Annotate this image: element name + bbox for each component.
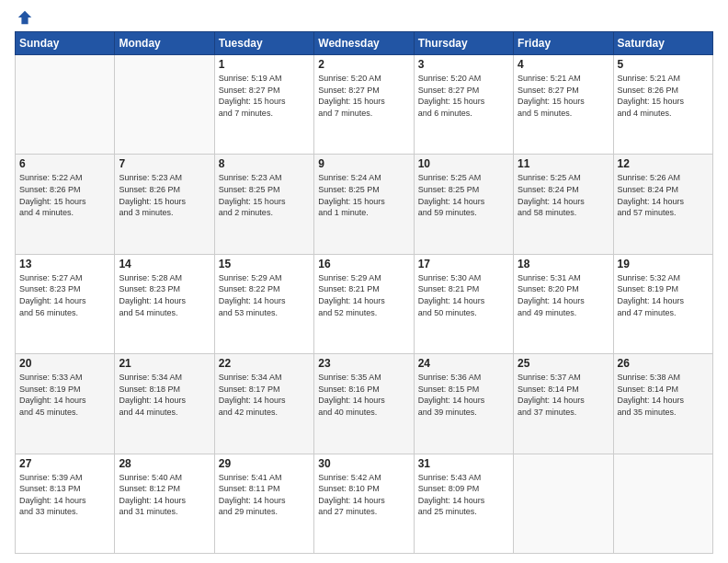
calendar-cell: 21Sunrise: 5:34 AM Sunset: 8:18 PM Dayli…	[115, 354, 214, 454]
calendar-cell: 6Sunrise: 5:22 AM Sunset: 8:26 PM Daylig…	[16, 155, 115, 254]
calendar-cell: 28Sunrise: 5:40 AM Sunset: 8:12 PM Dayli…	[115, 454, 214, 553]
page: SundayMondayTuesdayWednesdayThursdayFrid…	[0, 0, 728, 563]
calendar-cell: 24Sunrise: 5:36 AM Sunset: 8:15 PM Dayli…	[414, 354, 513, 454]
day-info: Sunrise: 5:39 AM Sunset: 8:13 PM Dayligh…	[19, 472, 110, 518]
calendar-cell	[115, 55, 214, 155]
weekday-header-friday: Friday	[514, 32, 613, 55]
calendar-cell: 9Sunrise: 5:24 AM Sunset: 8:25 PM Daylig…	[314, 155, 414, 254]
weekday-header-wednesday: Wednesday	[314, 32, 414, 55]
day-number: 18	[518, 258, 609, 270]
day-number: 29	[219, 457, 310, 470]
day-number: 19	[618, 258, 709, 270]
day-info: Sunrise: 5:36 AM Sunset: 8:15 PM Dayligh…	[418, 372, 509, 418]
day-info: Sunrise: 5:41 AM Sunset: 8:11 PM Dayligh…	[219, 472, 310, 518]
weekday-header-tuesday: Tuesday	[214, 32, 313, 55]
day-info: Sunrise: 5:20 AM Sunset: 8:27 PM Dayligh…	[418, 73, 509, 119]
calendar-cell: 18Sunrise: 5:31 AM Sunset: 8:20 PM Dayli…	[514, 254, 613, 353]
day-number: 21	[119, 357, 210, 370]
day-number: 3	[418, 58, 509, 71]
day-number: 23	[318, 357, 409, 370]
calendar-cell: 14Sunrise: 5:28 AM Sunset: 8:23 PM Dayli…	[115, 254, 214, 353]
day-number: 5	[618, 58, 709, 71]
day-info: Sunrise: 5:38 AM Sunset: 8:14 PM Dayligh…	[618, 372, 709, 418]
calendar-cell: 15Sunrise: 5:29 AM Sunset: 8:22 PM Dayli…	[214, 254, 313, 353]
day-number: 15	[219, 258, 310, 270]
calendar-cell: 17Sunrise: 5:30 AM Sunset: 8:21 PM Dayli…	[414, 254, 513, 353]
day-number: 8	[219, 157, 310, 170]
day-info: Sunrise: 5:35 AM Sunset: 8:16 PM Dayligh…	[318, 372, 409, 418]
calendar-cell: 20Sunrise: 5:33 AM Sunset: 8:19 PM Dayli…	[16, 354, 115, 454]
day-info: Sunrise: 5:23 AM Sunset: 8:26 PM Dayligh…	[119, 172, 210, 218]
calendar-cell: 23Sunrise: 5:35 AM Sunset: 8:16 PM Dayli…	[314, 354, 414, 454]
day-number: 30	[318, 457, 409, 470]
day-number: 28	[119, 457, 210, 470]
day-info: Sunrise: 5:32 AM Sunset: 8:19 PM Dayligh…	[618, 272, 709, 318]
logo	[15, 9, 33, 26]
calendar-cell: 3Sunrise: 5:20 AM Sunset: 8:27 PM Daylig…	[414, 55, 513, 155]
day-number: 2	[318, 58, 409, 71]
calendar-week-row: 27Sunrise: 5:39 AM Sunset: 8:13 PM Dayli…	[16, 454, 713, 553]
day-info: Sunrise: 5:29 AM Sunset: 8:21 PM Dayligh…	[318, 272, 409, 318]
calendar-cell: 27Sunrise: 5:39 AM Sunset: 8:13 PM Dayli…	[16, 454, 115, 553]
calendar-cell: 12Sunrise: 5:26 AM Sunset: 8:24 PM Dayli…	[613, 155, 712, 254]
day-number: 9	[318, 157, 409, 170]
day-number: 26	[618, 357, 709, 370]
calendar-cell: 19Sunrise: 5:32 AM Sunset: 8:19 PM Dayli…	[613, 254, 712, 353]
weekday-header-sunday: Sunday	[16, 32, 115, 55]
calendar-cell: 5Sunrise: 5:21 AM Sunset: 8:26 PM Daylig…	[613, 55, 712, 155]
calendar-cell: 25Sunrise: 5:37 AM Sunset: 8:14 PM Dayli…	[514, 354, 613, 454]
day-info: Sunrise: 5:25 AM Sunset: 8:25 PM Dayligh…	[418, 172, 509, 218]
day-number: 13	[19, 258, 110, 270]
day-number: 27	[19, 457, 110, 470]
day-info: Sunrise: 5:25 AM Sunset: 8:24 PM Dayligh…	[518, 172, 609, 218]
day-number: 31	[418, 457, 509, 470]
weekday-header-row: SundayMondayTuesdayWednesdayThursdayFrid…	[16, 32, 713, 55]
calendar-cell	[16, 55, 115, 155]
day-number: 16	[318, 258, 409, 270]
day-info: Sunrise: 5:34 AM Sunset: 8:17 PM Dayligh…	[219, 372, 310, 418]
weekday-header-thursday: Thursday	[414, 32, 513, 55]
calendar-week-row: 13Sunrise: 5:27 AM Sunset: 8:23 PM Dayli…	[16, 254, 713, 353]
day-info: Sunrise: 5:19 AM Sunset: 8:27 PM Dayligh…	[219, 73, 310, 119]
weekday-header-monday: Monday	[115, 32, 214, 55]
calendar-cell: 31Sunrise: 5:43 AM Sunset: 8:09 PM Dayli…	[414, 454, 513, 553]
day-info: Sunrise: 5:28 AM Sunset: 8:23 PM Dayligh…	[119, 272, 210, 318]
calendar-cell: 4Sunrise: 5:21 AM Sunset: 8:27 PM Daylig…	[514, 55, 613, 155]
day-info: Sunrise: 5:24 AM Sunset: 8:25 PM Dayligh…	[318, 172, 409, 218]
day-info: Sunrise: 5:30 AM Sunset: 8:21 PM Dayligh…	[418, 272, 509, 318]
calendar-cell: 8Sunrise: 5:23 AM Sunset: 8:25 PM Daylig…	[214, 155, 313, 254]
day-number: 10	[418, 157, 509, 170]
header	[15, 9, 713, 26]
calendar-cell: 7Sunrise: 5:23 AM Sunset: 8:26 PM Daylig…	[115, 155, 214, 254]
day-number: 11	[518, 157, 609, 170]
day-info: Sunrise: 5:34 AM Sunset: 8:18 PM Dayligh…	[119, 372, 210, 418]
day-info: Sunrise: 5:43 AM Sunset: 8:09 PM Dayligh…	[418, 472, 509, 518]
day-info: Sunrise: 5:31 AM Sunset: 8:20 PM Dayligh…	[518, 272, 609, 318]
day-info: Sunrise: 5:20 AM Sunset: 8:27 PM Dayligh…	[318, 73, 409, 119]
calendar-week-row: 6Sunrise: 5:22 AM Sunset: 8:26 PM Daylig…	[16, 155, 713, 254]
day-number: 4	[518, 58, 609, 71]
day-number: 6	[19, 157, 110, 170]
day-info: Sunrise: 5:37 AM Sunset: 8:14 PM Dayligh…	[518, 372, 609, 418]
day-number: 12	[618, 157, 709, 170]
calendar-cell: 1Sunrise: 5:19 AM Sunset: 8:27 PM Daylig…	[214, 55, 313, 155]
day-info: Sunrise: 5:23 AM Sunset: 8:25 PM Dayligh…	[219, 172, 310, 218]
calendar-cell: 26Sunrise: 5:38 AM Sunset: 8:14 PM Dayli…	[613, 354, 712, 454]
day-info: Sunrise: 5:26 AM Sunset: 8:24 PM Dayligh…	[618, 172, 709, 218]
svg-marker-0	[18, 11, 31, 24]
day-number: 22	[219, 357, 310, 370]
calendar-cell: 30Sunrise: 5:42 AM Sunset: 8:10 PM Dayli…	[314, 454, 414, 553]
day-number: 20	[19, 357, 110, 370]
calendar-cell: 13Sunrise: 5:27 AM Sunset: 8:23 PM Dayli…	[16, 254, 115, 353]
day-number: 7	[119, 157, 210, 170]
day-number: 1	[219, 58, 310, 71]
calendar-cell: 2Sunrise: 5:20 AM Sunset: 8:27 PM Daylig…	[314, 55, 414, 155]
calendar-week-row: 20Sunrise: 5:33 AM Sunset: 8:19 PM Dayli…	[16, 354, 713, 454]
calendar-cell	[613, 454, 712, 553]
day-number: 14	[119, 258, 210, 270]
day-info: Sunrise: 5:21 AM Sunset: 8:27 PM Dayligh…	[518, 73, 609, 119]
day-info: Sunrise: 5:22 AM Sunset: 8:26 PM Dayligh…	[19, 172, 110, 218]
day-info: Sunrise: 5:27 AM Sunset: 8:23 PM Dayligh…	[19, 272, 110, 318]
day-info: Sunrise: 5:21 AM Sunset: 8:26 PM Dayligh…	[618, 73, 709, 119]
calendar-cell: 22Sunrise: 5:34 AM Sunset: 8:17 PM Dayli…	[214, 354, 313, 454]
